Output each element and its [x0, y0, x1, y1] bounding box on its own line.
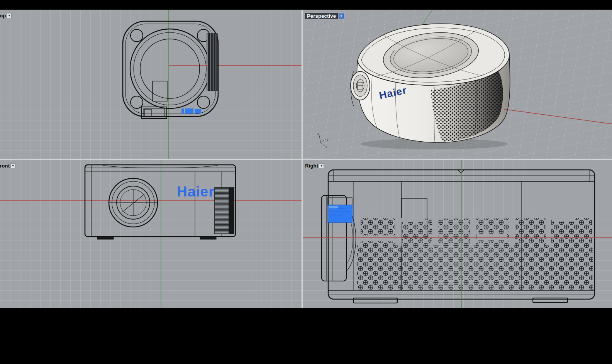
viewport-area: Top ▼: [0, 10, 612, 308]
front-view-axes: [0, 160, 302, 308]
top-view-model[interactable]: [123, 21, 218, 119]
x-axis-line: [504, 109, 612, 124]
viewport-title-perspective[interactable]: Perspective: [305, 13, 338, 19]
perspective-view-drawing: Haier z y x: [303, 10, 612, 159]
viewport-title-front[interactable]: Front: [0, 163, 10, 169]
viewport-menu-arrow-icon[interactable]: ▼: [339, 14, 344, 19]
viewport-menu-arrow-icon[interactable]: ▼: [319, 163, 324, 168]
selected-object-highlight[interactable]: [328, 205, 352, 222]
axis-x-label: x: [325, 145, 327, 149]
front-view-drawing: Haier: [0, 160, 302, 308]
top-view-drawing: [0, 10, 302, 159]
viewport-front[interactable]: Haier Front ▼: [0, 160, 302, 308]
perspective-model[interactable]: Haier: [351, 24, 510, 142]
bottom-black-area: [0, 308, 612, 364]
viewport-title-right[interactable]: Right: [305, 163, 318, 169]
viewport-top[interactable]: Top ▼: [0, 10, 302, 159]
brand-logo-front: Haier: [177, 184, 215, 200]
selected-object-highlight[interactable]: [181, 108, 201, 114]
cad-window: Top ▼: [0, 0, 612, 364]
viewport-right[interactable]: Right ▼: [303, 160, 612, 308]
front-view-model[interactable]: [85, 165, 236, 239]
axis-z-label: z: [317, 132, 319, 135]
right-view-grille: [357, 218, 593, 290]
viewport-title-top[interactable]: Top: [0, 13, 6, 19]
top-bar: [0, 0, 612, 10]
axis-indicator: z y x: [317, 132, 329, 149]
viewport-perspective[interactable]: Haier z y x Perspective ▼: [303, 10, 612, 159]
top-view-axes: [169, 10, 302, 159]
right-view-drawing: [303, 160, 612, 308]
viewport-menu-arrow-icon[interactable]: ▼: [7, 13, 12, 18]
viewport-menu-arrow-icon[interactable]: ▼: [10, 163, 15, 168]
axis-y-label: y: [327, 137, 329, 141]
